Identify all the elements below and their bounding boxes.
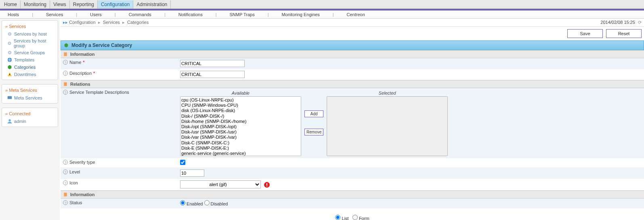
- svg-rect-14: [266, 186, 267, 186]
- alert-icon: [264, 182, 270, 188]
- svg-point-3: [9, 43, 10, 44]
- refresh-icon[interactable]: ⟳: [638, 20, 642, 25]
- section-information: Information: [61, 50, 644, 58]
- add-button[interactable]: Add: [304, 110, 323, 117]
- cube-icon: [7, 64, 13, 70]
- menu-configuration[interactable]: Configuration: [98, 0, 133, 8]
- svg-rect-10: [64, 53, 67, 56]
- icon-select[interactable]: alert (gif): [180, 180, 261, 188]
- submenu-notifications[interactable]: Notifications: [177, 12, 204, 17]
- sidebar-item-services-by-host[interactable]: Services by host: [2, 30, 58, 38]
- help-icon[interactable]: ?: [63, 160, 68, 165]
- status-disabled-radio[interactable]: [204, 200, 210, 205]
- sidebar-item-label: admin: [14, 119, 26, 124]
- sidebar-box-services: Services Services by host Services by ho…: [2, 20, 58, 80]
- submenu-services[interactable]: Services: [44, 12, 65, 17]
- menu-monitoring[interactable]: Monitoring: [21, 0, 50, 8]
- list-item[interactable]: Disk-/home (SNMP-DISK-/home): [181, 119, 300, 124]
- severity-checkbox[interactable]: [180, 160, 185, 165]
- gear-icon: [7, 50, 13, 55]
- sidebar-item-downtimes[interactable]: Downtimes: [2, 71, 58, 78]
- save-button-top[interactable]: Save: [567, 29, 603, 38]
- list-item[interactable]: disk (OS-Linux-NRPE-disk): [181, 108, 300, 113]
- help-icon[interactable]: ?: [63, 71, 68, 76]
- help-icon[interactable]: ?: [63, 180, 68, 185]
- globe-icon: [7, 57, 13, 63]
- page-icon: [63, 82, 68, 87]
- list-item[interactable]: CPU (SNMP-Windows-CPU): [181, 103, 300, 108]
- list-item[interactable]: Disk-/var (SNMP-DISK-/var): [181, 135, 300, 140]
- submenu-hosts[interactable]: Hosts: [6, 12, 21, 17]
- list-item[interactable]: Disk-/usr (SNMP-DISK-/usr): [181, 129, 300, 135]
- submenu-snmp-traps[interactable]: SNMP Traps: [228, 12, 256, 17]
- list-item[interactable]: Disk-/ (SNMP-DISK-/): [181, 114, 300, 119]
- sidebar-item-admin[interactable]: admin: [2, 118, 58, 125]
- svg-rect-7: [9, 74, 10, 75]
- sidebar-item-services-by-host-group[interactable]: Services by host group: [2, 38, 58, 49]
- sidebar-item-categories[interactable]: Categories: [2, 63, 58, 71]
- sidebar-item-label: Services by host group: [14, 38, 55, 48]
- label-severity: Severity type: [69, 160, 95, 165]
- main-content: ▸▸ Configuration ▸ Services ▸ Categories…: [60, 19, 644, 220]
- top-menu: Home Monitoring Views Reporting Configur…: [0, 0, 644, 9]
- crumb-categories[interactable]: Categories: [127, 20, 149, 25]
- sidebar-item-meta-services[interactable]: Meta Services: [2, 94, 58, 102]
- list-item[interactable]: Disk-C (SNMP-DISK-C:): [181, 140, 300, 146]
- svg-rect-15: [64, 193, 67, 197]
- menu-views[interactable]: Views: [50, 0, 70, 8]
- menu-administration[interactable]: Administration: [133, 0, 171, 8]
- sidebar-head-services: Services: [2, 22, 58, 30]
- available-list[interactable]: cpu (OS-Linux-NRPE-cpu)CPU (SNMP-Windows…: [180, 96, 301, 156]
- view-form-radio[interactable]: [352, 215, 358, 220]
- available-header: Available: [180, 90, 301, 96]
- help-icon[interactable]: ?: [63, 200, 68, 205]
- timestamp: 2014/02/08 15:25 ⟳: [600, 20, 642, 25]
- level-input[interactable]: [180, 169, 204, 177]
- list-item[interactable]: cpu (OS-Linux-NRPE-cpu): [181, 97, 300, 103]
- sidebar-item-service-groups[interactable]: Service Groups: [2, 49, 58, 56]
- label-icon: Icon: [69, 180, 78, 185]
- sidebar-item-templates[interactable]: Templates: [2, 56, 58, 63]
- crumb-configuration[interactable]: Configuration: [69, 20, 95, 25]
- gear-icon: [7, 31, 13, 37]
- sidebar-head-meta: Meta Services: [2, 86, 58, 94]
- page-icon: [63, 52, 68, 57]
- selected-header: Selected: [327, 90, 448, 96]
- label-description: Description: [69, 71, 92, 76]
- help-icon[interactable]: ?: [63, 60, 68, 65]
- selected-list[interactable]: [327, 96, 448, 156]
- list-item[interactable]: generic-service (generic-service): [181, 151, 300, 156]
- label-name: Name: [69, 60, 81, 65]
- sidebar-box-connected: Connected admin: [2, 108, 58, 127]
- submenu-monitoring-engines[interactable]: Monitoring Engines: [280, 12, 321, 17]
- list-item[interactable]: Disk-E (SNMP-DISK-E:): [181, 146, 300, 151]
- list-item[interactable]: Disk-/opt (SNMP-DISK-/opt): [181, 124, 300, 129]
- submenu-centreon[interactable]: Centreon: [345, 12, 367, 17]
- menu-home[interactable]: Home: [1, 0, 21, 8]
- submenu-users[interactable]: Users: [88, 12, 103, 17]
- description-input[interactable]: [180, 71, 245, 78]
- title-bar: Modify a Service Category: [61, 40, 644, 50]
- cube-icon: [63, 42, 69, 48]
- svg-point-1: [9, 33, 10, 34]
- help-icon[interactable]: ?: [63, 169, 68, 174]
- submenu-commands[interactable]: Commands: [127, 12, 153, 17]
- svg-rect-8: [8, 96, 12, 99]
- label-level: Level: [69, 169, 80, 174]
- sidebar-item-label: Meta Services: [14, 95, 42, 100]
- svg-point-5: [9, 52, 10, 53]
- section-information-2: Information: [61, 190, 644, 199]
- svg-rect-11: [64, 82, 67, 86]
- user-icon: [7, 118, 13, 124]
- status-enabled-radio[interactable]: [180, 200, 185, 205]
- remove-button[interactable]: Remove: [304, 129, 323, 135]
- help-icon[interactable]: ?: [63, 90, 68, 95]
- gear-icon: [7, 40, 12, 46]
- label-status: Status: [69, 200, 82, 205]
- name-input[interactable]: [180, 60, 245, 67]
- view-list-radio[interactable]: [335, 215, 340, 220]
- menu-reporting[interactable]: Reporting: [70, 0, 98, 8]
- svg-point-9: [8, 119, 10, 121]
- crumb-services[interactable]: Services: [103, 20, 120, 25]
- reset-button-top[interactable]: Reset: [606, 29, 642, 38]
